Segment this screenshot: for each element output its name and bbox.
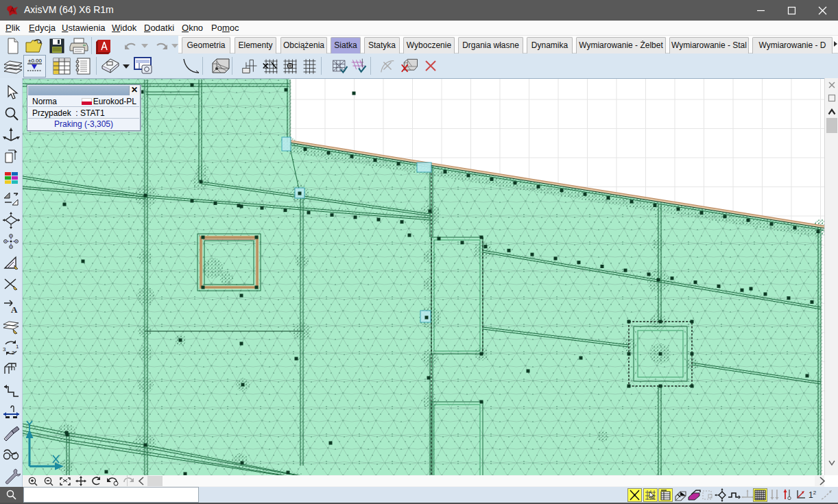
svg-text:1: 1: [16, 344, 19, 350]
svg-text:±0.00: ±0.00: [28, 58, 43, 64]
svg-text:3: 3: [3, 346, 6, 352]
svg-text:2: 2: [12, 350, 15, 356]
svg-text:A: A: [11, 304, 18, 315]
